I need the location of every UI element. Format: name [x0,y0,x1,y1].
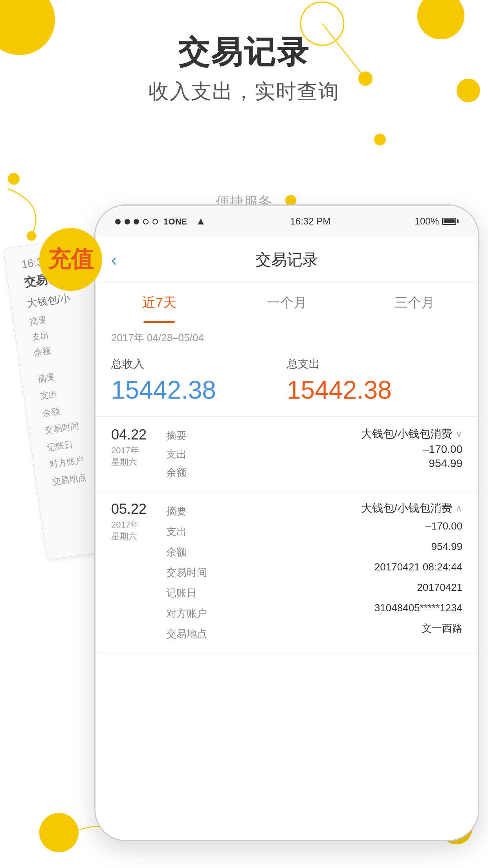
nav-bar: ‹ 交易记录 [95,237,478,283]
expense-value: 15442.38 [287,375,462,405]
back-button[interactable]: ‹ [111,250,117,270]
chongzhi-text: 充值 [48,244,94,275]
phone-frame: 1ONE ▲ 16:32 PM 100% ‹ 交易记录 近7天 一个月 三个月 … [94,204,479,841]
tx-date-1: 04.22 2017年 星期六 [111,427,158,468]
chevron-up-icon-2: ∧ [455,503,462,514]
tx-labels-2: 摘要 支出 余额 交易时间 记账日 对方账户 交易地点 [158,501,345,644]
status-bar: 1ONE ▲ 16:32 PM 100% [95,206,478,237]
deco-circle-bottom-left [39,813,79,852]
page-subtitle: 收入支出，实时查询 [0,78,488,105]
carrier-name: 1ONE [163,217,187,226]
status-bar-right: 100% [415,216,459,227]
income-value: 15442.38 [111,375,287,405]
transaction-row-2[interactable]: 05.22 2017年 星期六 摘要 支出 余额 交易时间 记账日 对方账户 交… [95,491,478,654]
tabs-row: 近7天 一个月 三个月 [95,283,478,323]
income-label: 总收入 [111,357,287,371]
status-bar-left: 1ONE ▲ [115,215,206,227]
header-section: 交易记录 收入支出，实时查询 [0,31,488,105]
chevron-down-icon-1: ∨ [455,428,462,440]
svg-point-3 [27,231,36,241]
tx-labels-1: 摘要 支出 余额 [158,427,345,482]
deco-circle-top-right-3 [374,134,386,145]
date-range: 2017年 04/28–05/04 [95,323,478,349]
battery-percent: 100% [415,216,439,227]
tab-1month[interactable]: 一个月 [223,283,351,323]
deco-circle-mid-left [8,173,20,185]
tx-values-2: 大钱包/小钱包消费 ∧ –170.00 954.99 20170421 08:2… [345,501,462,638]
nav-title: 交易记录 [255,249,318,270]
chongzhi-badge[interactable]: 充值 [39,228,102,291]
wifi-icon: ▲ [196,215,206,227]
tx-values-1: 大钱包/小钱包消费 ∨ –170.00 954.99 [345,427,462,470]
tab-7days[interactable]: 近7天 [95,283,223,323]
tab-3months[interactable]: 三个月 [350,283,478,323]
signal-dots: 1ONE [115,216,187,227]
status-bar-time: 16:32 PM [290,216,330,227]
battery-icon [442,218,459,225]
page-title: 交易记录 [0,31,488,74]
summary-section: 总收入 15442.38 总支出 15442.38 [95,349,478,417]
summary-income: 总收入 15442.38 [111,357,287,405]
expense-label: 总支出 [287,357,462,371]
tx-date-2: 05.22 2017年 星期六 [111,501,158,542]
summary-expense: 总支出 15442.38 [287,357,462,405]
transaction-row-1[interactable]: 04.22 2017年 星期六 摘要 支出 余额 大钱包/小钱包消费 ∨ –17… [95,417,478,491]
